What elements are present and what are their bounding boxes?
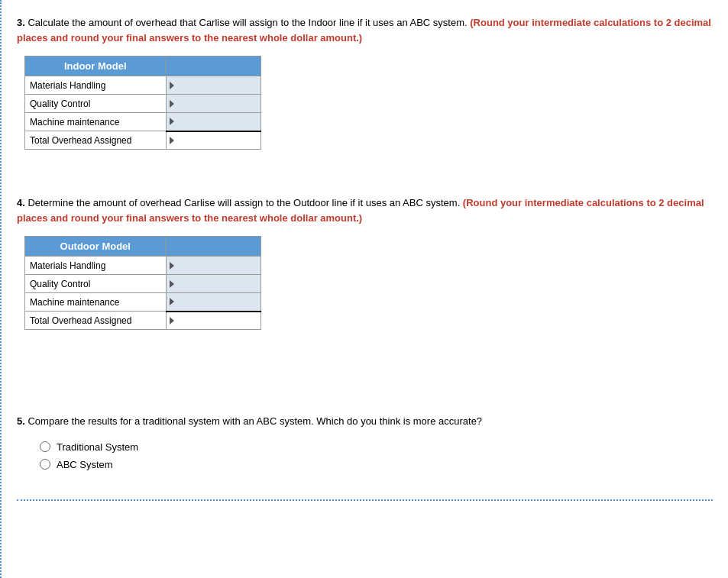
table-row: Materials Handling [25,76,261,95]
indoor-table: Indoor Model Materials Handling Quality … [24,56,261,150]
question3-text: 3. Calculate the amount of overhead that… [17,15,713,45]
indoor-machine-input[interactable] [166,113,261,131]
indoor-machine-label: Machine maintenance [25,113,167,131]
outdoor-machine-input[interactable] [166,293,261,312]
indoor-quality-input[interactable] [166,95,261,113]
table-row: Machine maintenance [25,113,261,131]
indoor-total-label: Total Overhead Assigned [25,131,167,150]
radio-group: Traditional System ABC System [40,441,713,470]
question4-table-container: Outdoor Model Materials Handling Quality… [24,236,713,330]
outdoor-table: Outdoor Model Materials Handling Quality… [24,236,261,330]
table-row: Total Overhead Assigned [25,131,261,150]
outdoor-total-input[interactable] [166,312,261,330]
outdoor-model-header: Outdoor Model [25,237,167,257]
indoor-total-input[interactable] [166,131,261,150]
question4-text: 4. Determine the amount of overhead Carl… [17,195,713,225]
abc-label: ABC System [57,459,113,470]
traditional-option[interactable]: Traditional System [40,441,713,453]
traditional-label: Traditional System [57,441,138,453]
question5-block: 5. Compare the results for a traditional… [17,406,713,484]
outdoor-machine-label: Machine maintenance [25,293,167,312]
table-row: Machine maintenance [25,293,261,312]
indoor-model-header2 [166,57,261,76]
table-row: Quality Control [25,95,261,113]
question3-number: 3. [17,17,25,28]
question5-text: 5. Compare the results for a traditional… [17,414,713,429]
outdoor-materials-input[interactable] [166,257,261,275]
bottom-divider [17,499,713,501]
abc-radio[interactable] [40,459,50,470]
indoor-materials-input[interactable] [166,76,261,95]
indoor-model-header: Indoor Model [25,57,167,76]
question4-number: 4. [17,197,25,208]
indoor-quality-label: Quality Control [25,95,167,113]
outdoor-quality-input[interactable] [166,275,261,293]
outdoor-quality-label: Quality Control [25,275,167,293]
outdoor-materials-label: Materials Handling [25,257,167,275]
outdoor-model-header2 [166,237,261,257]
outdoor-total-label: Total Overhead Assigned [25,312,167,330]
table-row: Quality Control [25,275,261,293]
question3-block: 3. Calculate the amount of overhead that… [17,15,713,150]
abc-option[interactable]: ABC System [40,459,713,470]
table-row: Total Overhead Assigned [25,312,261,330]
question4-plain: Determine the amount of overhead Carlise… [28,197,462,208]
question3-table-container: Indoor Model Materials Handling Quality … [24,56,713,150]
question5-number: 5. [17,415,25,427]
question3-plain: Calculate the amount of overhead that Ca… [28,17,470,28]
table-row: Materials Handling [25,257,261,275]
question5-plain: Compare the results for a traditional sy… [28,415,482,427]
traditional-radio[interactable] [40,441,50,452]
indoor-materials-label: Materials Handling [25,76,167,95]
question4-block: 4. Determine the amount of overhead Carl… [17,195,713,330]
